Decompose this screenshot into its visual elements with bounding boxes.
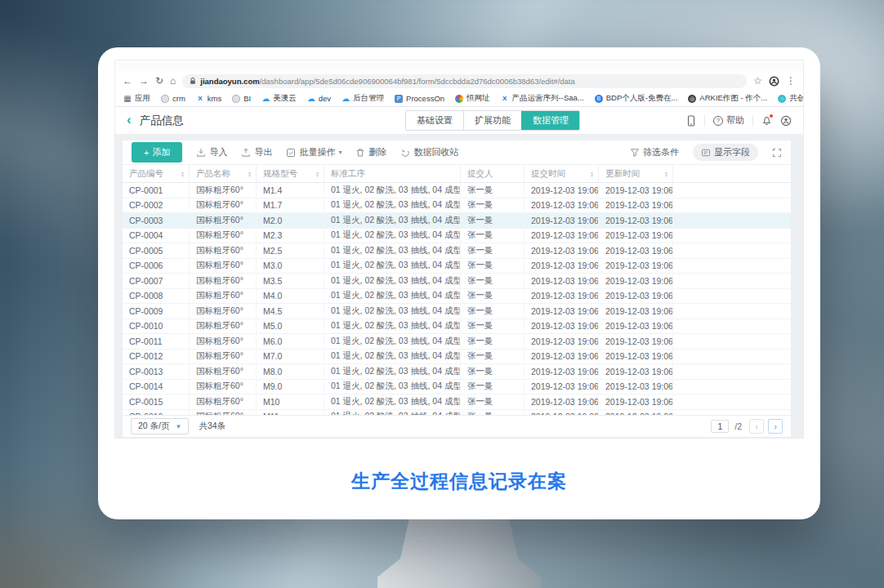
back-chevron-icon[interactable]: ‹: [127, 113, 132, 127]
column-header[interactable]: ▲▼: [673, 165, 791, 182]
next-page-button[interactable]: ›: [768, 419, 783, 434]
back-icon[interactable]: ←: [123, 76, 132, 86]
app-tab[interactable]: 基础设置: [406, 111, 463, 130]
recycle-bin-button[interactable]: 数据回收站: [400, 146, 458, 158]
bookmark-item[interactable]: crm: [161, 94, 185, 103]
bookmark-item[interactable]: dev: [307, 94, 331, 103]
column-header[interactable]: 产品名称 ▲▼: [190, 165, 257, 182]
cell-spec-model: M7.0: [257, 350, 324, 364]
column-label: 标准工序: [331, 168, 365, 180]
column-header[interactable]: 规格型号 ▲▼: [257, 165, 324, 182]
chevron-down-icon: ▼: [176, 423, 182, 430]
batch-actions-button[interactable]: 批量操作 ▾: [286, 146, 342, 158]
table-row[interactable]: CP-0001 国标粗牙60° M1.4 01 退火, 02 酸洗, 03 抽线…: [123, 183, 791, 198]
sort-arrows-icon[interactable]: ▲▼: [181, 171, 189, 177]
cell-product-id: CP-0004: [123, 229, 190, 243]
url-bar[interactable]: jiandaoyun.com/dashboard/app/5de5d06cde9…: [182, 74, 747, 88]
table-row[interactable]: CP-0002 国标粗牙60° M1.7 01 退火, 02 酸洗, 03 抽线…: [123, 198, 791, 214]
cell-submitter: 张一曼: [461, 304, 525, 318]
profile-icon[interactable]: [769, 76, 779, 87]
sort-arrows-icon[interactable]: ▲▼: [315, 171, 324, 177]
cell-submit-time: 2019-12-03 19:06:17: [525, 229, 599, 243]
cell-empty: [673, 334, 791, 349]
notifications-button[interactable]: [761, 115, 772, 126]
table-row[interactable]: CP-0011 国标粗牙60° M6.0 01 退火, 02 酸洗, 03 抽线…: [123, 334, 791, 350]
cell-update-time: 2019-12-03 19:06:17: [599, 213, 673, 228]
table-row[interactable]: CP-0015 国标粗牙60° M10 01 退火, 02 酸洗, 03 抽线,…: [123, 394, 791, 410]
bookmark-item[interactable]: 后台管理: [342, 93, 384, 104]
cell-update-time: 2019-12-03 19:06:17: [599, 364, 673, 379]
page-size-select[interactable]: 20 条/页 ▼: [131, 418, 189, 434]
column-header[interactable]: 产品编号 ▲▼: [123, 165, 190, 182]
app-tab[interactable]: 扩展功能: [463, 111, 521, 130]
cell-product-name: 国标粗牙60°: [190, 380, 257, 394]
cell-product-id: CP-0012: [123, 350, 190, 364]
app-tab[interactable]: 数据管理: [521, 111, 579, 130]
sort-arrows-icon[interactable]: ▲▼: [248, 171, 256, 177]
bookmark-favicon: [161, 95, 169, 103]
cell-empty: [673, 213, 791, 228]
star-icon[interactable]: ☆: [753, 76, 762, 86]
bookmark-item[interactable]: 恒网址: [455, 93, 490, 104]
bookmark-item[interactable]: 产品运营序列--Saa...: [501, 93, 584, 104]
table-row[interactable]: CP-0004 国标粗牙60° M2.3 01 退火, 02 酸洗, 03 抽线…: [123, 229, 791, 244]
menu-dots-icon[interactable]: ⋮: [786, 76, 796, 86]
import-button[interactable]: 导入: [196, 146, 227, 158]
cell-product-name: 国标粗牙60°: [190, 350, 257, 364]
table-row[interactable]: CP-0006 国标粗牙60° M3.0 01 退火, 02 酸洗, 03 抽线…: [123, 259, 791, 274]
table-row[interactable]: CP-0009 国标粗牙60° M4.5 01 退火, 02 酸洗, 03 抽线…: [123, 304, 791, 319]
current-page-input[interactable]: 1: [711, 420, 729, 433]
cell-product-id: CP-0006: [123, 259, 190, 274]
export-button[interactable]: 导出: [241, 146, 272, 158]
fullscreen-button[interactable]: [772, 148, 782, 158]
help-label: 帮助: [726, 114, 744, 127]
bookmark-item[interactable]: 应用: [123, 93, 150, 104]
column-header[interactable]: 标准工序 ▲▼: [324, 165, 461, 182]
home-icon[interactable]: ⌂: [170, 76, 176, 86]
column-label: 更新时间: [605, 168, 640, 180]
column-header[interactable]: 提交时间 ▲▼: [525, 165, 599, 182]
table-row[interactable]: CP-0014 国标粗牙60° M9.0 01 退火, 02 酸洗, 03 抽线…: [123, 380, 791, 395]
forward-icon[interactable]: →: [139, 76, 149, 86]
cell-standard-process: 01 退火, 02 酸洗, 03 抽线, 04 成型, 05 搓牙, 06 热.…: [324, 198, 461, 213]
bookmark-item[interactable]: kms: [196, 94, 221, 103]
cell-product-id: CP-0008: [123, 289, 190, 304]
cell-empty: [673, 364, 791, 379]
cell-submitter: 张一曼: [461, 213, 525, 228]
filter-icon: [630, 148, 640, 158]
table-row[interactable]: CP-0010 国标粗牙60° M5.0 01 退火, 02 酸洗, 03 抽线…: [123, 319, 791, 335]
table-row[interactable]: CP-0008 国标粗牙60° M4.0 01 退火, 02 酸洗, 03 抽线…: [123, 289, 791, 305]
table-row[interactable]: CP-0012 国标粗牙60° M7.0 01 退火, 02 酸洗, 03 抽线…: [123, 350, 791, 365]
add-label: 添加: [152, 146, 170, 158]
column-header[interactable]: 提交人 ▲▼: [461, 165, 525, 182]
delete-button[interactable]: 删除: [355, 146, 386, 158]
bookmark-item[interactable]: ARKIE作图 - 作个...: [688, 93, 767, 104]
header-actions: ? 帮助: [686, 114, 792, 127]
table-row[interactable]: CP-0005 国标粗牙60° M2.5 01 退火, 02 酸洗, 03 抽线…: [123, 243, 791, 259]
sort-arrows-icon[interactable]: ▲▼: [664, 171, 672, 177]
avatar-icon[interactable]: [780, 115, 792, 127]
bookmark-item[interactable]: 共创的项目 - Tower: [778, 93, 803, 104]
reload-icon[interactable]: ↻: [155, 76, 163, 86]
prev-page-button[interactable]: ‹: [749, 419, 764, 434]
table-row[interactable]: CP-0013 国标粗牙60° M8.0 01 退火, 02 酸洗, 03 抽线…: [123, 364, 791, 380]
table-row[interactable]: CP-0003 国标粗牙60° M2.0 01 退火, 02 酸洗, 03 抽线…: [123, 213, 791, 229]
column-header[interactable]: 更新时间 ▲▼: [599, 165, 673, 182]
bookmark-favicon: [123, 95, 132, 103]
add-button[interactable]: + 添加: [132, 142, 182, 163]
bookmark-item[interactable]: 美澳云: [261, 93, 297, 104]
filter-button[interactable]: 筛选条件: [630, 146, 679, 158]
help-button[interactable]: ? 帮助: [713, 114, 744, 127]
bookmark-item[interactable]: BDP个人版-免费在...: [595, 93, 678, 104]
cell-submitter: 张一曼: [461, 319, 525, 334]
plus-icon: +: [144, 148, 149, 158]
caption-text: 生产全过程信息记录在案: [98, 469, 820, 494]
display-fields-button[interactable]: 显示字段: [693, 144, 758, 161]
cell-submitter: 张一曼: [461, 394, 525, 409]
phone-icon[interactable]: [686, 115, 696, 127]
bookmark-item[interactable]: ProcessOn: [395, 94, 444, 103]
sort-arrows-icon[interactable]: ▲▼: [590, 171, 598, 177]
cell-submitter: 张一曼: [461, 259, 525, 274]
bookmark-item[interactable]: BI: [232, 94, 251, 103]
table-row[interactable]: CP-0007 国标粗牙60° M3.5 01 退火, 02 酸洗, 03 抽线…: [123, 274, 791, 289]
